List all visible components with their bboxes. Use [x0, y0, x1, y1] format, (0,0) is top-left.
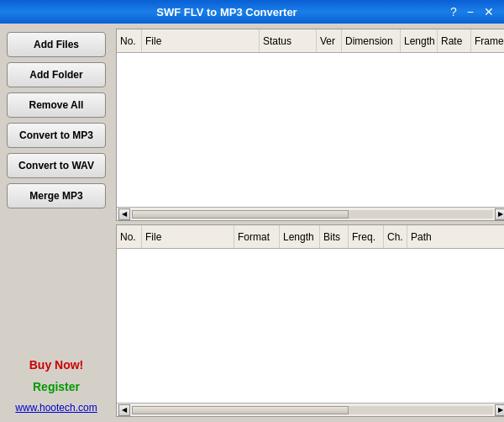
col-rate-top: Rate: [438, 29, 471, 52]
col-dimension-top: Dimension: [342, 29, 401, 52]
sidebar: Add Files Add Folder Remove All Convert …: [0, 24, 113, 422]
title-bar: SWF FLV to MP3 Converter ? − ✕: [0, 0, 504, 24]
minimize-button[interactable]: −: [464, 6, 477, 18]
bottom-table-header: No. File Format Length Bits Freq. Ch. Pa…: [117, 225, 504, 249]
main-layout: Add Files Add Folder Remove All Convert …: [0, 24, 504, 422]
col-file-bottom: File: [142, 225, 234, 248]
bottom-scroll-left-arrow[interactable]: ◀: [118, 404, 130, 416]
col-status-top: Status: [260, 29, 317, 52]
top-table-body: [117, 53, 504, 207]
window-title: SWF FLV to MP3 Converter: [7, 6, 447, 18]
top-scroll-thumb[interactable]: [132, 210, 349, 219]
bottom-table-panel: No. File Format Length Bits Freq. Ch. Pa…: [116, 224, 504, 417]
col-format-bottom: Format: [234, 225, 280, 248]
bottom-table-body: [117, 249, 504, 403]
convert-to-wav-button[interactable]: Convert to WAV: [7, 153, 106, 178]
top-table-header: No. File Status Ver Dimension Length Rat…: [117, 29, 504, 53]
top-scroll-right-arrow[interactable]: ▶: [495, 208, 504, 220]
col-frame-top: Frame: [471, 29, 504, 52]
col-ver-top: Ver: [317, 29, 342, 52]
col-ch-bottom: Ch.: [384, 225, 407, 248]
top-table-panel: No. File Status Ver Dimension Length Rat…: [116, 29, 504, 221]
register-label[interactable]: Register: [7, 380, 106, 393]
bottom-scroll-right-arrow[interactable]: ▶: [495, 404, 504, 416]
col-length-top: Length: [401, 29, 438, 52]
bottom-scroll-thumb[interactable]: [132, 406, 349, 414]
title-bar-controls: ? − ✕: [447, 6, 497, 18]
top-scrollbar[interactable]: ◀ ▶: [117, 207, 504, 220]
col-file-top: File: [142, 29, 260, 52]
merge-mp3-button[interactable]: Merge MP3: [7, 183, 106, 208]
convert-to-mp3-button[interactable]: Convert to MP3: [7, 123, 106, 148]
col-bits-bottom: Bits: [320, 225, 349, 248]
buy-now-label[interactable]: Buy Now!: [7, 358, 106, 372]
col-path-bottom: Path: [407, 225, 504, 248]
remove-all-button[interactable]: Remove All: [7, 92, 106, 118]
content-area: No. File Status Ver Dimension Length Rat…: [113, 24, 504, 422]
add-files-button[interactable]: Add Files: [7, 32, 106, 57]
help-button[interactable]: ?: [447, 6, 460, 18]
add-folder-button[interactable]: Add Folder: [7, 62, 106, 87]
col-length-bottom: Length: [280, 225, 320, 248]
col-freq-bottom: Freq.: [349, 225, 384, 248]
bottom-scrollbar[interactable]: ◀ ▶: [117, 403, 504, 416]
top-scroll-track[interactable]: [132, 210, 493, 219]
website-link[interactable]: www.hootech.com: [7, 402, 106, 414]
bottom-scroll-track[interactable]: [132, 406, 493, 414]
col-no-bottom: No.: [117, 225, 142, 248]
close-button[interactable]: ✕: [480, 6, 497, 18]
col-no-top: No.: [117, 29, 142, 52]
top-scroll-left-arrow[interactable]: ◀: [118, 208, 130, 220]
